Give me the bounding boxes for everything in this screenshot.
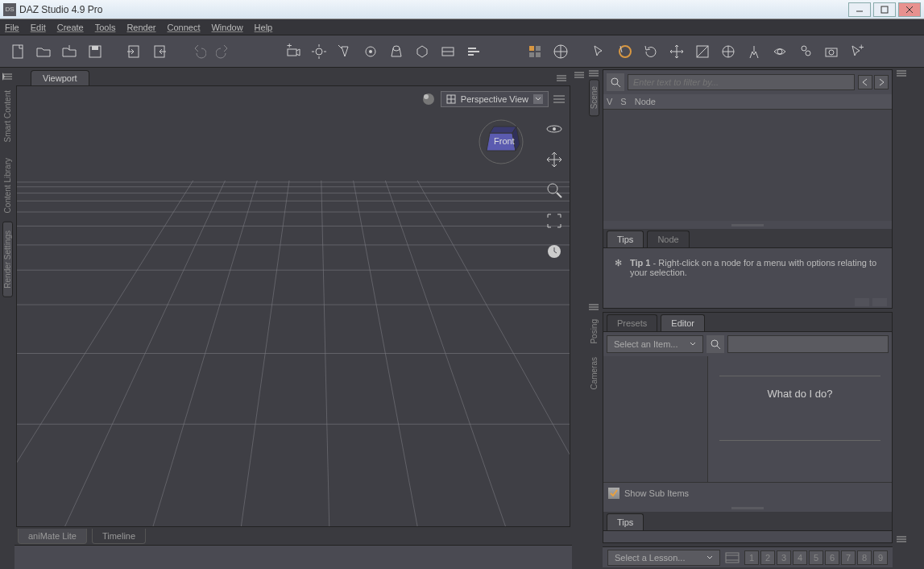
panel-toggle-icon[interactable] <box>573 69 586 81</box>
new-spotlight-icon[interactable] <box>334 40 356 63</box>
view-selector[interactable]: Perspective View <box>441 91 549 107</box>
search-icon[interactable] <box>607 73 624 91</box>
lesson-step-2[interactable]: 2 <box>760 550 775 565</box>
panel-toggle-icon[interactable] <box>895 68 908 79</box>
lesson-step-9[interactable]: 9 <box>873 550 888 565</box>
pose-tool-icon[interactable] <box>743 40 765 63</box>
panel-toggle-icon[interactable] <box>587 301 600 313</box>
menu-window[interactable]: Window <box>211 23 242 32</box>
panel-toggle-icon[interactable] <box>895 534 908 545</box>
tab-editor[interactable]: Editor <box>661 314 705 331</box>
viewport-tab[interactable]: Viewport <box>31 70 89 85</box>
search-icon[interactable] <box>706 335 724 353</box>
tip-next-icon[interactable] <box>872 298 887 306</box>
resize-handle[interactable] <box>603 221 892 229</box>
filter-next-icon[interactable] <box>874 75 889 89</box>
new-spotlight2-icon[interactable] <box>385 40 408 63</box>
tab-content-library[interactable]: Content Library <box>3 150 12 221</box>
tab-node[interactable]: Node <box>647 231 689 247</box>
tip-prev-icon[interactable] <box>855 298 869 306</box>
scene-tree-empty[interactable] <box>603 110 892 221</box>
show-sub-items-checkbox[interactable] <box>608 488 619 499</box>
translate-tool-icon[interactable] <box>665 40 688 63</box>
new-light-icon[interactable] <box>308 40 330 63</box>
rotate-tool-icon[interactable] <box>640 40 662 63</box>
panel-toggle-icon[interactable] <box>1 71 14 82</box>
menu-create[interactable]: Create <box>57 23 84 32</box>
scale-tool-icon[interactable] <box>691 40 714 63</box>
panel-menu-icon[interactable] <box>554 71 569 85</box>
new-primitive-icon[interactable] <box>411 40 433 63</box>
export-icon[interactable] <box>148 40 171 63</box>
tab-tips-lower[interactable]: Tips <box>607 513 644 530</box>
tab-render-settings[interactable]: Render Settings <box>2 222 13 297</box>
col-selectable[interactable]: S <box>620 97 626 106</box>
filter-prev-icon[interactable] <box>858 75 872 89</box>
new-camera-icon[interactable]: + <box>282 40 305 63</box>
active-tool-icon[interactable] <box>614 40 636 63</box>
surface-list[interactable] <box>603 356 708 482</box>
lesson-selector[interactable]: Select a Lesson... <box>607 550 720 566</box>
viewport-menu-icon[interactable] <box>553 94 565 104</box>
close-button[interactable] <box>898 2 921 17</box>
scene-filter-input[interactable] <box>628 74 855 90</box>
lesson-step-1[interactable]: 1 <box>744 550 759 565</box>
tab-scene[interactable]: Scene <box>589 79 599 116</box>
lesson-step-4[interactable]: 4 <box>793 550 807 565</box>
select-tool-icon[interactable] <box>588 40 611 63</box>
new-group-icon[interactable] <box>437 40 459 63</box>
new-null-icon[interactable] <box>359 40 382 63</box>
sphere-preview-icon[interactable] <box>421 92 436 106</box>
save-file-icon[interactable] <box>84 40 106 63</box>
open-file-icon[interactable] <box>32 40 55 63</box>
orbit-icon[interactable] <box>544 118 565 139</box>
surface-search-input[interactable] <box>727 335 889 353</box>
tab-smart-content[interactable]: Smart Content <box>3 82 12 150</box>
import-icon[interactable] <box>122 40 145 63</box>
render-icon[interactable] <box>820 40 843 63</box>
lesson-step-7[interactable]: 7 <box>841 550 856 565</box>
align-icon[interactable] <box>462 40 485 63</box>
redo-icon[interactable] <box>213 40 235 63</box>
frame-icon[interactable] <box>544 210 565 231</box>
new-file-icon[interactable] <box>6 40 29 63</box>
world-axis-icon[interactable] <box>549 40 572 63</box>
lesson-step-6[interactable]: 6 <box>825 550 839 565</box>
minimize-button[interactable] <box>848 2 871 17</box>
tab-tips[interactable]: Tips <box>607 231 644 247</box>
tab-presets[interactable]: Presets <box>607 314 657 331</box>
universal-tool-icon[interactable] <box>717 40 740 63</box>
undo-icon[interactable] <box>187 40 209 63</box>
surface-tool-icon[interactable] <box>769 40 791 63</box>
menu-connect[interactable]: Connect <box>168 23 201 32</box>
menu-help[interactable]: Help <box>255 23 273 32</box>
pan-icon[interactable] <box>544 149 565 170</box>
menu-edit[interactable]: Edit <box>31 23 46 32</box>
zoom-icon[interactable] <box>544 180 565 201</box>
resize-handle[interactable] <box>603 504 892 512</box>
surface-help: What do I do? <box>708 356 892 482</box>
view-cube[interactable]: Front <box>478 118 524 165</box>
reset-view-icon[interactable] <box>544 241 565 262</box>
lesson-step-3[interactable]: 3 <box>777 550 791 565</box>
maximize-button[interactable] <box>873 2 896 17</box>
spot-render-icon[interactable] <box>794 40 817 63</box>
tab-timeline[interactable]: Timeline <box>92 529 146 544</box>
item-selector[interactable]: Select an Item... <box>607 335 703 353</box>
tab-animate-lite[interactable]: aniMate Lite <box>18 529 87 544</box>
lesson-film-icon[interactable] <box>725 552 740 563</box>
drawstyle-icon[interactable] <box>524 40 546 63</box>
col-visible[interactable]: V <box>607 97 612 106</box>
menu-tools[interactable]: Tools <box>95 23 116 32</box>
col-node[interactable]: Node <box>635 97 656 106</box>
lesson-step-8[interactable]: 8 <box>857 550 872 565</box>
menu-render[interactable]: Render <box>126 23 155 32</box>
region-tool-icon[interactable]: + <box>846 40 868 63</box>
lesson-step-5[interactable]: 5 <box>809 550 823 565</box>
panel-toggle-icon[interactable] <box>587 68 600 79</box>
merge-file-icon[interactable] <box>58 40 81 63</box>
tab-posing[interactable]: Posing <box>590 313 599 351</box>
viewport[interactable]: Perspective View Front <box>16 85 570 527</box>
menu-file[interactable]: File <box>5 23 19 32</box>
tab-cameras[interactable]: Cameras <box>590 351 599 397</box>
